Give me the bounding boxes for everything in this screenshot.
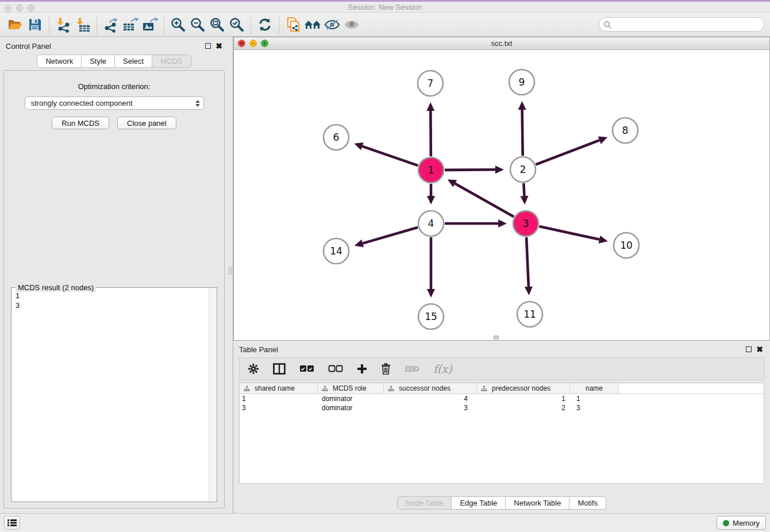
network-canvas[interactable]: 7968124314101511 xyxy=(234,50,769,340)
column-header-shared-name[interactable]: shared name xyxy=(240,383,318,394)
cell-successor-nodes[interactable]: 4 xyxy=(384,394,477,403)
edge-arrowhead xyxy=(426,102,434,111)
edge-3-1[interactable] xyxy=(455,184,514,217)
import-table-icon xyxy=(75,17,91,33)
control-panel-title: Control Panel xyxy=(6,42,51,51)
edge-arrowhead xyxy=(427,289,435,298)
cell-shared-name[interactable]: 3 xyxy=(240,403,318,413)
search-input[interactable] xyxy=(599,17,764,32)
cell-MCDS-role[interactable]: dominator xyxy=(318,403,384,413)
edge-1-7[interactable] xyxy=(430,111,431,156)
window-minimize-icon[interactable] xyxy=(16,5,23,11)
close-panel-icon[interactable]: ✖ xyxy=(215,43,222,49)
network-minimize-icon[interactable]: − xyxy=(249,40,257,47)
cell-predecessor-nodes[interactable]: 1 xyxy=(477,394,570,403)
cell-predecessor-nodes[interactable]: 2 xyxy=(477,403,570,413)
tab-network-table[interactable]: Network Table xyxy=(506,496,569,510)
edge-3-10[interactable] xyxy=(539,226,599,240)
memory-button[interactable]: Memory xyxy=(717,516,766,530)
canvas-scrollbar-thumb[interactable] xyxy=(494,336,499,340)
open-session-button[interactable] xyxy=(6,15,25,34)
cell-shared-name[interactable]: 1 xyxy=(240,394,318,403)
cell-name[interactable]: 3 xyxy=(570,403,619,413)
cell-name[interactable]: 1 xyxy=(570,394,619,403)
network-maximize-icon[interactable]: + xyxy=(261,40,268,47)
tab-mcds[interactable]: MCDS xyxy=(152,55,191,68)
new-network-from-selection-button[interactable] xyxy=(283,15,303,34)
task-history-button[interactable] xyxy=(4,516,20,530)
column-header-successor-nodes[interactable]: successor nodes xyxy=(384,383,477,394)
float-table-panel-icon[interactable] xyxy=(746,346,752,352)
show-columns-icon[interactable] xyxy=(273,363,286,375)
network-close-icon[interactable]: ✕ xyxy=(238,40,245,47)
first-neighbors-button[interactable] xyxy=(303,15,322,34)
refresh-icon xyxy=(257,17,273,33)
memory-status-icon xyxy=(723,520,729,526)
window-controls xyxy=(5,5,34,11)
unselect-all-columns-icon[interactable] xyxy=(328,365,343,373)
close-table-panel-icon[interactable]: ✖ xyxy=(756,346,763,352)
edge-arrowhead xyxy=(518,101,526,110)
edge-2-3[interactable] xyxy=(523,183,524,196)
window-close-icon[interactable] xyxy=(5,5,11,11)
import-network-button[interactable] xyxy=(53,15,73,34)
optimization-criterion-select[interactable]: strongly connected component xyxy=(25,97,204,110)
result-scrollbar[interactable] xyxy=(209,288,216,501)
network-graph[interactable]: 7968124314101511 xyxy=(234,50,769,340)
zoom-selected-button[interactable] xyxy=(227,15,247,34)
zoom-out-button[interactable] xyxy=(188,15,207,34)
tab-node-table[interactable]: Node Table xyxy=(397,496,452,510)
edge-2-8[interactable] xyxy=(536,140,599,164)
export-network-button[interactable] xyxy=(101,15,121,34)
panel-divider[interactable] xyxy=(228,37,233,513)
delete-table-icon xyxy=(405,364,419,373)
network-window-title: scc.txt xyxy=(234,37,769,49)
export-image-button[interactable] xyxy=(140,15,160,34)
application-window: Session: New Session xyxy=(0,0,770,532)
window-zoom-icon[interactable] xyxy=(28,5,34,11)
column-header-name[interactable]: name xyxy=(570,383,619,394)
node-table: shared nameMCDS rolesuccessor nodesprede… xyxy=(239,383,764,484)
tab-select[interactable]: Select xyxy=(115,55,152,68)
show-all-button[interactable] xyxy=(342,15,361,34)
edge-1-2[interactable] xyxy=(445,169,495,170)
edge-4-14[interactable] xyxy=(363,228,418,244)
table-header-row: shared nameMCDS rolesuccessor nodesprede… xyxy=(240,383,764,394)
zoom-fit-icon xyxy=(209,17,225,33)
refresh-view-button[interactable] xyxy=(255,15,275,34)
node-label-3: 3 xyxy=(523,218,529,229)
edge-3-11[interactable] xyxy=(526,237,529,287)
save-session-button[interactable] xyxy=(25,15,45,34)
table-tabs: Node TableEdge TableNetwork TableMotifs xyxy=(233,496,770,510)
table-row[interactable]: 1dominator411 xyxy=(240,394,764,403)
settings-gear-icon[interactable] xyxy=(248,363,259,375)
hide-selected-button[interactable] xyxy=(322,15,342,34)
edge-arrowhead xyxy=(525,287,533,295)
tab-network[interactable]: Network xyxy=(37,55,82,68)
tab-style[interactable]: Style xyxy=(82,55,115,68)
edge-2-9[interactable] xyxy=(522,110,523,156)
table-row[interactable]: 3dominator323 xyxy=(240,403,764,413)
divider-handle-icon[interactable] xyxy=(229,267,232,275)
export-table-button[interactable] xyxy=(121,15,140,34)
cell-MCDS-role[interactable]: dominator xyxy=(318,394,384,403)
zoom-in-button[interactable] xyxy=(168,15,188,34)
add-column-icon[interactable] xyxy=(357,364,367,374)
column-header-predecessor-nodes[interactable]: predecessor nodes xyxy=(477,383,570,394)
import-table-button[interactable] xyxy=(73,15,93,34)
column-header-MCDS-role[interactable]: MCDS role xyxy=(318,383,384,394)
mcds-result-list[interactable]: 13 xyxy=(12,288,209,501)
main-toolbar xyxy=(0,13,770,37)
float-panel-icon[interactable] xyxy=(205,43,211,49)
cell-successor-nodes[interactable]: 3 xyxy=(384,403,477,413)
tab-motifs[interactable]: Motifs xyxy=(569,496,606,510)
window-titlebar: Session: New Session xyxy=(0,0,770,13)
run-mcds-button[interactable]: Run MCDS xyxy=(52,117,109,129)
delete-column-icon[interactable] xyxy=(381,363,391,375)
zoom-fit-button[interactable] xyxy=(207,15,227,34)
select-all-columns-icon[interactable] xyxy=(299,365,314,373)
edge-1-6[interactable] xyxy=(362,147,418,165)
tab-edge-table[interactable]: Edge Table xyxy=(452,496,506,510)
column-header-label: predecessor nodes xyxy=(492,384,550,392)
close-panel-button[interactable]: Close panel xyxy=(117,117,176,129)
